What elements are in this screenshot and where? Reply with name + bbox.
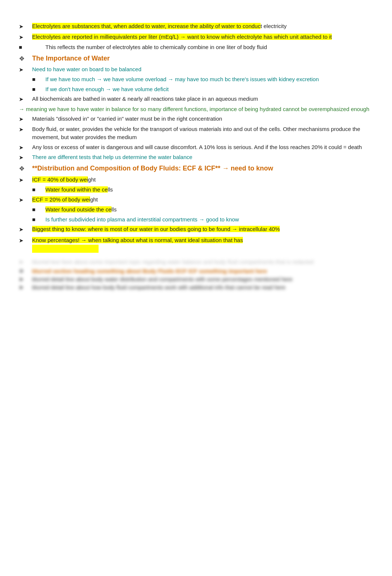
text-10: Materials "dissolved in" or "carried in"…	[32, 115, 222, 123]
line-5: ➤ Need to have water on board to be bala…	[19, 65, 373, 74]
line-3: ■ This reflects the number of electrolyt…	[19, 43, 373, 52]
bullet-arrow-20: ➤	[19, 225, 32, 234]
text-11: Body fluid, or water, provides the vehic…	[32, 125, 373, 142]
text-5: Need to have water on board to be balanc…	[32, 65, 141, 74]
bullet-square-19: ■	[32, 215, 45, 224]
line-14: ❖ **Distribution and Composition of Body…	[19, 163, 373, 174]
bullet-arrow-1: ➤	[19, 22, 32, 31]
bullet-square-7: ■	[32, 85, 45, 94]
bullet-square-18: ■	[32, 206, 45, 214]
text-6: If we have too much → we have volume ove…	[45, 75, 319, 84]
blurred-line-2: ➤ blurred detail line about body water d…	[19, 276, 373, 283]
line-6: ■ If we have too much → we have volume o…	[19, 75, 373, 84]
line-19: ■ Is further subdivided into plasma and …	[19, 215, 373, 224]
bullet-arrow-17: ➤	[19, 196, 32, 204]
line-21: ➤ Know percentages! → when talking about…	[19, 236, 373, 245]
blurred-section-1: ➤ blurred text here about some important…	[19, 258, 373, 266]
line-7: ■ If we don't have enough → we have volu…	[19, 85, 373, 94]
bullet-arrow-13: ➤	[19, 153, 32, 162]
bullet-arrow-12: ➤	[19, 143, 32, 152]
bullet-square-16: ■	[32, 186, 45, 194]
line-10: ➤ Materials "dissolved in" or "carried i…	[19, 115, 373, 124]
bullet-arrow-21: ➤	[19, 236, 32, 245]
bullet-diamond-14: ❖	[19, 163, 32, 174]
blurred-heading-1: ❖ blurred section heading something abou…	[19, 268, 373, 275]
line-12: ➤ Any loss or excess of water is dangero…	[19, 143, 373, 152]
bullet-square-3: ■	[19, 43, 45, 52]
line-13: ➤ There are different tests that help us…	[19, 153, 373, 162]
bullet-arrow-5: ➤	[19, 65, 32, 74]
bullet-arrow-15: ➤	[19, 176, 32, 184]
line-17: ➤ ECF = 20% of body weight	[19, 196, 373, 204]
bullet-arrow-2: ➤	[19, 33, 32, 42]
line-18: ■ Water found outside the cells	[19, 206, 373, 214]
text-17: ECF = 20% of body weight	[32, 196, 98, 204]
text-7: If we don't have enough → we have volume…	[45, 85, 169, 94]
blurred-line-3: ➤ blurred detail line about how body flu…	[19, 284, 373, 291]
text-12: Any loss or excess of water is dangerous…	[32, 143, 362, 152]
heading-ecf-icf: **Distribution and Composition of Body F…	[32, 163, 273, 173]
bullet-diamond-4: ❖	[19, 54, 32, 64]
line-1: ➤ Electrolytes are substances that, when…	[19, 22, 373, 31]
text-13: There are different tests that help us d…	[32, 153, 192, 162]
text-16: Water found within the cells	[45, 186, 113, 194]
highlight-continuation	[32, 245, 99, 253]
heading-importance-water: The Importance of Water	[32, 54, 110, 63]
line-2: ➤ Electrolytes are reported in milliequi…	[19, 33, 373, 42]
line-16: ■ Water found within the cells	[19, 186, 373, 194]
text-1: Electrolytes are substances that, when a…	[32, 22, 287, 31]
text-2: Electrolytes are reported in milliequiva…	[32, 33, 332, 41]
text-15: ICF = 40% of body weight	[32, 176, 96, 184]
main-content: ➤ Electrolytes are substances that, when…	[19, 22, 373, 291]
text-20: Biggest thing to know: where is most of …	[32, 225, 280, 234]
text-21: Know percentages! → when talking about w…	[32, 236, 243, 245]
text-9: → meaning we have to have water in balan…	[19, 105, 369, 114]
bullet-arrow-10: ➤	[19, 115, 32, 124]
line-11: ➤ Body fluid, or water, provides the veh…	[19, 125, 373, 142]
bullet-square-6: ■	[32, 75, 45, 84]
line-4: ❖ The Importance of Water	[19, 54, 373, 64]
bullet-arrow-11: ➤	[19, 125, 32, 134]
line-20: ➤ Biggest thing to know: where is most o…	[19, 225, 373, 234]
text-8: All biochemicals are bathed in water & n…	[32, 95, 258, 103]
line-15: ➤ ICF = 40% of body weight	[19, 176, 373, 184]
text-19: Is further subdivided into plasma and in…	[45, 215, 239, 224]
bullet-arrow-8: ➤	[19, 95, 32, 104]
line-8: ➤ All biochemicals are bathed in water &…	[19, 95, 373, 104]
line-9: → meaning we have to have water in balan…	[19, 105, 373, 114]
text-3: This reflects the number of electrolytes…	[45, 43, 267, 52]
text-18: Water found outside the cells	[45, 206, 117, 214]
